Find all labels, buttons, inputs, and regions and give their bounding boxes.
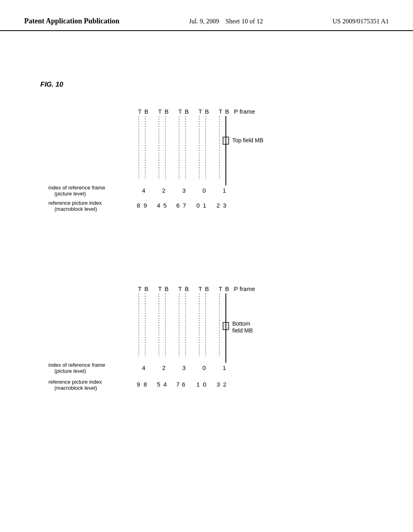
svg-text:B: B [205,108,209,115]
svg-text:(macroblock level): (macroblock level) [54,206,97,212]
svg-text:T: T [178,285,182,292]
svg-text:5: 5 [157,381,160,388]
svg-text:index of reference frame: index of reference frame [48,185,105,191]
publication-title: Patent Application Publication [24,16,119,26]
svg-text:3: 3 [182,187,186,194]
svg-text:8: 8 [144,381,147,388]
svg-text:1: 1 [223,364,226,371]
svg-text:T: T [198,108,202,115]
svg-text:1: 1 [196,381,200,388]
publication-date: Jul. 9, 2009 Sheet 10 of 12 [189,16,263,25]
svg-text:8: 8 [137,202,140,209]
svg-line-23 [225,137,229,141]
svg-text:B: B [185,285,189,292]
svg-text:5: 5 [163,202,167,209]
svg-text:7: 7 [183,202,186,209]
svg-text:6: 6 [176,202,179,209]
svg-text:0: 0 [196,202,200,209]
svg-text:T: T [198,285,202,292]
svg-text:B: B [225,108,229,115]
diagram1: T B T B T B T B T B P frame Top field MB… [24,105,387,230]
diagram2: T B T B T B T B T B P frame Bottom field… [24,282,387,419]
svg-text:P frame: P frame [234,285,255,292]
svg-text:(picture level): (picture level) [54,368,86,374]
svg-text:0: 0 [203,381,206,388]
svg-text:2: 2 [223,381,226,388]
svg-text:B: B [205,285,209,292]
svg-text:B: B [144,108,148,115]
svg-text:3: 3 [223,202,226,209]
svg-text:(picture level): (picture level) [54,191,86,197]
svg-text:(macroblock level): (macroblock level) [54,385,97,391]
svg-text:T: T [158,108,162,115]
svg-text:0: 0 [202,187,206,194]
svg-text:reference picture index: reference picture index [48,379,102,385]
svg-text:2: 2 [162,187,165,194]
svg-text:T: T [219,285,222,292]
svg-text:3: 3 [182,364,186,371]
svg-text:B: B [165,108,169,115]
svg-text:B: B [144,285,148,292]
svg-text:T: T [138,108,142,115]
svg-text:T: T [138,285,142,292]
figure-label: FIG. 10 [40,81,63,89]
svg-text:4: 4 [142,364,145,371]
svg-text:6: 6 [182,381,185,388]
svg-text:2: 2 [162,364,165,371]
svg-text:1: 1 [203,202,206,209]
svg-text:reference picture index: reference picture index [48,200,102,206]
svg-text:3: 3 [217,381,220,388]
svg-text:1: 1 [223,187,226,194]
svg-text:7: 7 [176,381,179,388]
page-header: Patent Application Publication Jul. 9, 2… [0,0,413,31]
svg-text:Bottom: Bottom [232,320,250,327]
svg-text:4: 4 [142,187,145,194]
svg-text:4: 4 [163,381,167,388]
svg-text:B: B [185,108,189,115]
svg-text:B: B [165,285,169,292]
svg-text:2: 2 [217,202,220,209]
svg-text:field MB: field MB [232,327,253,334]
svg-text:Top field MB: Top field MB [232,137,263,143]
svg-text:0: 0 [202,364,206,371]
svg-text:T: T [158,285,162,292]
svg-text:4: 4 [157,202,160,209]
svg-text:9: 9 [144,202,147,209]
svg-text:T: T [178,108,182,115]
svg-text:P frame: P frame [234,108,255,115]
svg-line-68 [225,322,229,327]
svg-text:9: 9 [137,381,140,388]
svg-text:index of reference frame: index of reference frame [48,362,105,368]
patent-number: US 2009/0175351 A1 [332,16,389,25]
svg-text:T: T [219,108,222,115]
svg-text:B: B [225,285,229,292]
